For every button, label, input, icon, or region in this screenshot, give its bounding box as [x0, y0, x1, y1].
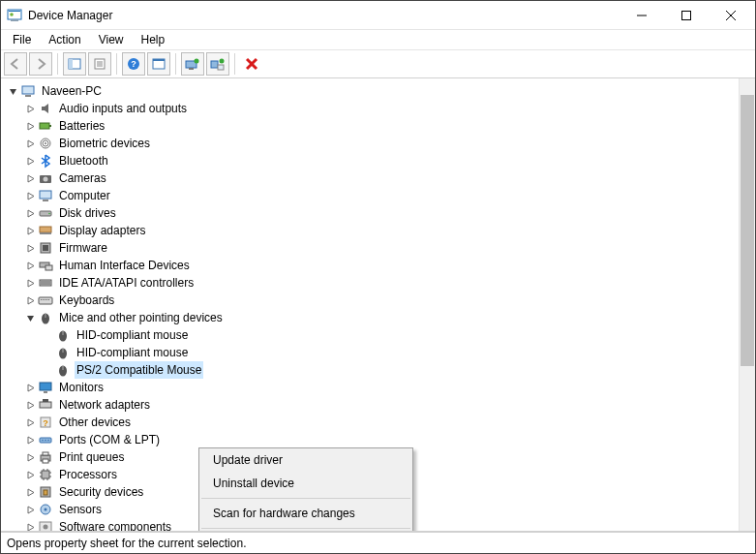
context-update-driver[interactable]: Update driver [199, 448, 412, 472]
toolbar: ? [1, 49, 755, 78]
tree-item-cameras[interactable]: Cameras [5, 169, 739, 187]
chevron-right-icon[interactable] [22, 170, 38, 186]
disk-icon [38, 205, 53, 221]
computer-icon [20, 83, 36, 99]
svg-point-89 [44, 525, 48, 530]
tree-item-computer[interactable]: Computer [5, 187, 739, 204]
tree-label: Software components [57, 518, 173, 531]
svg-rect-63 [44, 391, 47, 393]
chevron-right-icon[interactable] [22, 136, 38, 151]
svg-rect-5 [682, 11, 691, 19]
tree-label: Keyboards [57, 292, 116, 309]
svg-rect-28 [40, 123, 49, 129]
svg-rect-52 [46, 299, 47, 300]
chevron-right-icon[interactable] [22, 223, 38, 238]
tree-item-keyboards[interactable]: Keyboards [5, 292, 739, 309]
chevron-right-icon[interactable] [22, 258, 38, 273]
mouse-icon [38, 310, 53, 325]
tree-item-hid[interactable]: Human Interface Devices [5, 257, 739, 274]
chevron-right-icon[interactable] [22, 205, 38, 221]
chevron-right-icon[interactable] [22, 484, 38, 500]
chevron-right-icon[interactable] [22, 101, 38, 116]
menubar: File Action View Help [1, 30, 755, 49]
chevron-right-icon[interactable] [22, 467, 38, 482]
tree-item-batteries[interactable]: Batteries [5, 117, 739, 135]
chevron-right-icon[interactable] [22, 275, 38, 291]
tree-label: Firmware [57, 239, 109, 257]
tree-item-disk[interactable]: Disk drives [5, 204, 739, 222]
toolbar-separator [116, 53, 117, 75]
tree-label: Batteries [57, 117, 106, 135]
tree-label: Sensors [57, 501, 104, 518]
chevron-right-icon[interactable] [22, 380, 38, 395]
tree-item-monitors[interactable]: Monitors [5, 379, 739, 396]
help-button[interactable]: ? [122, 52, 145, 76]
tree-item-ide[interactable]: IDE ATA/ATAPI controllers [5, 274, 739, 292]
chevron-right-icon[interactable] [22, 118, 38, 134]
tree-item-biometric[interactable]: Biometric devices [5, 135, 739, 152]
svg-rect-17 [153, 59, 165, 61]
svg-rect-2 [11, 19, 18, 21]
update-driver-button[interactable] [181, 52, 204, 76]
software-icon [38, 519, 53, 531]
tree-label: Human Interface Devices [57, 257, 192, 274]
tree-label: Mice and other pointing devices [57, 309, 225, 326]
show-hide-console-tree-button[interactable] [63, 52, 86, 76]
tree-item-hidmouse[interactable]: HID-compliant mouse [5, 344, 739, 361]
tree-item-hidmouse[interactable]: HID-compliant mouse [5, 326, 739, 344]
chevron-right-icon[interactable] [22, 432, 38, 447]
tree-item-other[interactable]: ? Other devices [5, 414, 739, 431]
chevron-right-icon[interactable] [22, 519, 38, 531]
back-button[interactable] [4, 52, 27, 76]
chevron-right-icon[interactable] [22, 292, 38, 308]
menu-file[interactable]: File [5, 30, 39, 49]
svg-rect-73 [43, 452, 48, 455]
chevron-down-icon[interactable] [22, 310, 38, 325]
tree-item-ps2mouse[interactable]: PS/2 Compatible Mouse [5, 361, 739, 379]
tree-label: PS/2 Compatible Mouse [75, 361, 203, 379]
chevron-right-icon[interactable] [22, 188, 38, 203]
tree-item-ports[interactable]: Ports (COM & LPT) [5, 431, 739, 448]
biometric-icon [38, 136, 53, 151]
context-separator [201, 498, 410, 499]
properties-button[interactable] [88, 52, 111, 76]
tree-item-firmware[interactable]: Firmware [5, 239, 739, 257]
chevron-right-icon[interactable] [22, 502, 38, 517]
tree-item-bluetooth[interactable]: Bluetooth [5, 152, 739, 169]
maximize-button[interactable] [664, 1, 709, 30]
computer-icon [38, 188, 53, 203]
context-uninstall-device[interactable]: Uninstall device [199, 472, 412, 495]
menu-action[interactable]: Action [41, 30, 88, 49]
statusbar: Opens property sheet for the current sel… [1, 532, 755, 553]
uninstall-button[interactable] [240, 52, 263, 76]
svg-rect-49 [41, 299, 42, 300]
display-icon [38, 223, 53, 238]
chevron-down-icon[interactable] [5, 83, 20, 99]
svg-point-69 [42, 440, 44, 442]
tree-label: Display adapters [57, 222, 147, 239]
vertical-scrollbar[interactable] [739, 78, 755, 531]
close-button[interactable] [709, 1, 753, 30]
menu-help[interactable]: Help [134, 30, 173, 49]
hid-icon [38, 258, 53, 273]
chevron-right-icon[interactable] [22, 153, 38, 169]
chevron-right-icon[interactable] [22, 397, 38, 413]
chevron-right-icon[interactable] [22, 449, 38, 465]
processor-icon [38, 467, 53, 482]
chevron-right-icon[interactable] [22, 415, 38, 430]
tree-root[interactable]: Naveen-PC [5, 82, 739, 100]
svg-point-32 [45, 142, 46, 144]
tree-item-network[interactable]: Network adapters [5, 396, 739, 414]
scrollbar-thumb[interactable] [741, 95, 754, 366]
tree-item-mice[interactable]: Mice and other pointing devices [5, 309, 739, 326]
tree-item-audio[interactable]: Audio inputs and outputs [5, 100, 739, 117]
context-scan-hardware[interactable]: Scan for hardware changes [199, 502, 412, 525]
scan-hardware-button[interactable] [206, 52, 229, 76]
tree-item-display[interactable]: Display adapters [5, 222, 739, 239]
chevron-right-icon[interactable] [22, 240, 38, 256]
forward-button[interactable] [29, 52, 52, 76]
action-button[interactable] [147, 52, 170, 76]
svg-point-34 [44, 177, 48, 182]
menu-view[interactable]: View [91, 30, 132, 49]
minimize-button[interactable] [620, 1, 664, 30]
